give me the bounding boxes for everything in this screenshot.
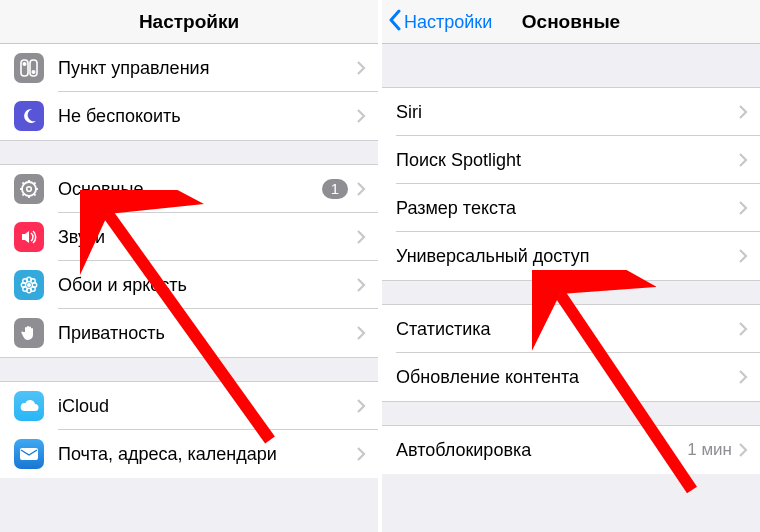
- flower-icon: [14, 270, 44, 300]
- row-accessibility[interactable]: Универсальный доступ: [382, 232, 760, 280]
- row-label: Siri: [396, 102, 738, 123]
- group-separator: [382, 401, 760, 426]
- row-mail[interactable]: Почта, адреса, календари: [0, 430, 378, 478]
- svg-line-10: [23, 183, 25, 185]
- moon-icon: [14, 101, 44, 131]
- chevron-right-icon: [356, 446, 366, 462]
- mail-icon: [14, 439, 44, 469]
- row-control-center[interactable]: Пункт управления: [0, 44, 378, 92]
- svg-point-21: [23, 287, 27, 291]
- settings-pane-left: Настройки Пункт управления Не беспокоить…: [0, 0, 378, 532]
- navbar-right: Настройки Основные: [382, 0, 760, 44]
- chevron-left-icon: [388, 9, 402, 36]
- chevron-right-icon: [356, 181, 366, 197]
- row-autolock[interactable]: Автоблокировка 1 мин: [382, 426, 760, 474]
- row-sounds[interactable]: Звуки: [0, 213, 378, 261]
- group-separator: [382, 280, 760, 305]
- row-do-not-disturb[interactable]: Не беспокоить: [0, 92, 378, 140]
- chevron-right-icon: [356, 108, 366, 124]
- row-label: Звуки: [58, 227, 356, 248]
- back-button[interactable]: Настройки: [388, 0, 492, 44]
- svg-point-5: [27, 187, 32, 192]
- row-label: Основные: [58, 179, 322, 200]
- row-label: Обои и яркость: [58, 275, 356, 296]
- group-separator: [0, 357, 378, 382]
- nav-title-left: Настройки: [139, 11, 239, 33]
- row-icloud[interactable]: iCloud: [0, 382, 378, 430]
- group-separator: [0, 140, 378, 165]
- cloud-icon: [14, 391, 44, 421]
- row-background-refresh[interactable]: Обновление контента: [382, 353, 760, 401]
- speaker-icon: [14, 222, 44, 252]
- chevron-right-icon: [356, 325, 366, 341]
- row-wallpaper[interactable]: Обои и яркость: [0, 261, 378, 309]
- badge: 1: [322, 179, 348, 199]
- row-label: Автоблокировка: [396, 440, 687, 461]
- chevron-right-icon: [738, 321, 748, 337]
- svg-line-11: [34, 194, 36, 196]
- chevron-right-icon: [356, 60, 366, 76]
- nav-title-right: Основные: [522, 11, 620, 33]
- chevron-right-icon: [356, 277, 366, 293]
- svg-point-1: [23, 62, 27, 66]
- chevron-right-icon: [738, 369, 748, 385]
- navbar-left: Настройки: [0, 0, 378, 44]
- chevron-right-icon: [356, 398, 366, 414]
- chevron-right-icon: [738, 442, 748, 458]
- svg-point-14: [27, 283, 31, 287]
- svg-line-12: [23, 194, 25, 196]
- row-label: Не беспокоить: [58, 106, 356, 127]
- row-label: iCloud: [58, 396, 356, 417]
- hand-icon: [14, 318, 44, 348]
- settings-pane-right: Настройки Основные Siri Поиск Spotlight …: [382, 0, 760, 532]
- chevron-right-icon: [738, 248, 748, 264]
- svg-point-19: [23, 279, 27, 283]
- svg-point-3: [32, 70, 36, 74]
- row-general[interactable]: Основные 1: [0, 165, 378, 213]
- svg-line-13: [34, 183, 36, 185]
- row-label: Пункт управления: [58, 58, 356, 79]
- chevron-right-icon: [738, 104, 748, 120]
- chevron-right-icon: [738, 152, 748, 168]
- row-label: Размер текста: [396, 198, 738, 219]
- gear-icon: [14, 174, 44, 204]
- row-spotlight[interactable]: Поиск Spotlight: [382, 136, 760, 184]
- group-separator: [382, 44, 760, 88]
- row-usage[interactable]: Статистика: [382, 305, 760, 353]
- svg-point-20: [31, 279, 35, 283]
- chevron-right-icon: [356, 229, 366, 245]
- row-value: 1 мин: [687, 440, 732, 460]
- row-text-size[interactable]: Размер текста: [382, 184, 760, 232]
- row-label: Статистика: [396, 319, 738, 340]
- row-label: Универсальный доступ: [396, 246, 738, 267]
- back-label: Настройки: [404, 12, 492, 33]
- svg-rect-23: [20, 448, 38, 460]
- chevron-right-icon: [738, 200, 748, 216]
- control-center-icon: [14, 53, 44, 83]
- row-label: Приватность: [58, 323, 356, 344]
- row-siri[interactable]: Siri: [382, 88, 760, 136]
- row-privacy[interactable]: Приватность: [0, 309, 378, 357]
- svg-point-22: [31, 287, 35, 291]
- row-label: Обновление контента: [396, 367, 738, 388]
- row-label: Поиск Spotlight: [396, 150, 738, 171]
- row-label: Почта, адреса, календари: [58, 444, 356, 465]
